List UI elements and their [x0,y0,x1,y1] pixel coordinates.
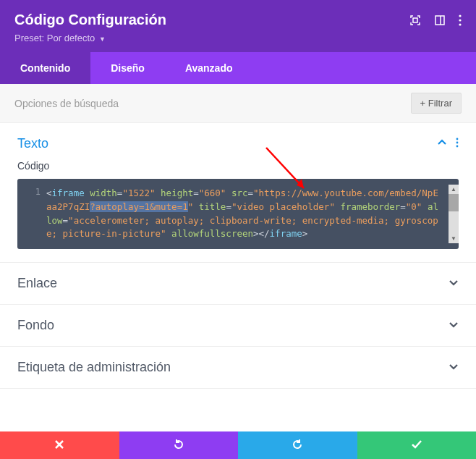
caret-down-icon: ▼ [99,35,106,43]
chevron-down-icon[interactable] [449,277,459,290]
svg-point-7 [456,141,459,143]
svg-point-6 [456,138,459,140]
section-admin-label: Etiqueta de administración [0,347,476,389]
field-label-code: Código [17,160,459,172]
section-title-text[interactable]: Texto [17,136,48,151]
scroll-down-icon[interactable]: ▼ [449,234,459,243]
plus-icon: + [420,98,426,109]
svg-point-5 [459,23,461,25]
chevron-down-icon[interactable] [449,319,459,332]
section-title-admin-label[interactable]: Etiqueta de administración [17,360,171,375]
save-button[interactable] [357,431,477,459]
section-menu-icon[interactable] [456,138,459,151]
check-icon [411,439,422,452]
line-number: 1 [27,185,41,243]
code-editor[interactable]: 1 <iframe width="1522" height="660" src=… [17,179,459,249]
tab-design[interactable]: Diseño [90,52,165,84]
scroll-thumb[interactable] [449,194,459,211]
section-title-link[interactable]: Enlace [17,276,57,291]
search-input[interactable]: Opciones de búsqueda [14,98,119,109]
redo-icon [292,439,303,452]
scrollbar-vertical[interactable]: ▲ ▼ [449,185,459,243]
layout-icon[interactable] [434,14,446,26]
cancel-button[interactable] [0,431,119,459]
chevron-up-icon[interactable] [437,138,447,150]
kebab-menu-icon[interactable] [459,14,462,26]
section-background: Fondo [0,305,476,347]
tabs: Contenido Diseño Avanzado [0,52,476,84]
undo-icon [173,439,184,452]
search-row: Opciones de búsqueda + Filtrar [0,84,476,123]
preset-selector[interactable]: Preset: Por defecto ▼ [14,33,166,43]
section-title-background[interactable]: Fondo [17,318,54,333]
close-icon [54,439,64,452]
svg-point-8 [456,145,459,147]
tab-content[interactable]: Contenido [0,52,90,84]
redo-button[interactable] [238,431,357,459]
svg-rect-1 [435,16,444,25]
section-link: Enlace [0,263,476,305]
footer-actions [0,431,476,459]
chevron-down-icon[interactable] [449,361,459,374]
undo-button[interactable] [119,431,239,459]
svg-rect-0 [413,18,417,22]
svg-point-3 [459,14,461,17]
code-content[interactable]: <iframe width="1522" height="660" src="h… [41,185,449,243]
svg-point-4 [459,19,461,21]
panel-title: Código Configuración [14,12,166,28]
header: Código Configuración Preset: Por defecto… [0,0,476,52]
filter-button[interactable]: + Filtrar [411,93,462,114]
scroll-up-icon[interactable]: ▲ [449,185,459,194]
tab-advanced[interactable]: Avanzado [165,52,253,84]
fullscreen-icon[interactable] [409,14,421,26]
section-text: Texto Código 1 <iframe width="1522" heig… [0,123,476,263]
